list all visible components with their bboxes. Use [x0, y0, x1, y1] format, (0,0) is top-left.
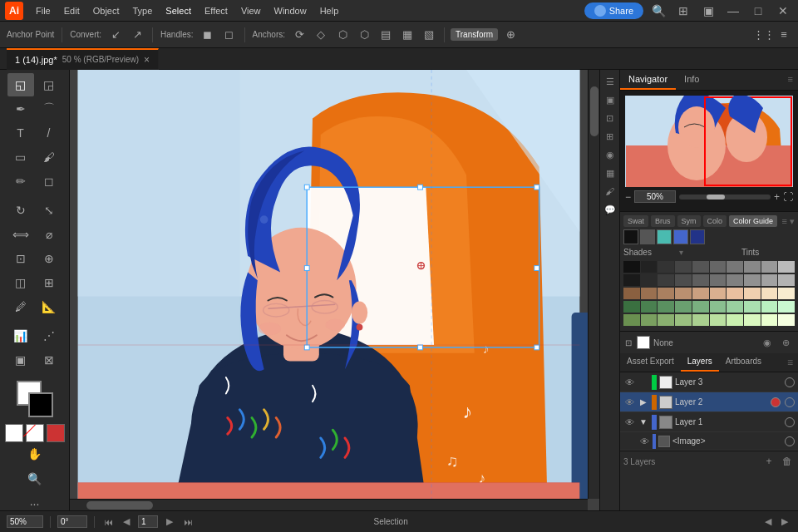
layer-2-target-2[interactable] — [785, 397, 795, 407]
shade-cell[interactable] — [675, 301, 692, 313]
swatch-dgray[interactable] — [640, 229, 655, 244]
info-tab[interactable]: Info — [676, 70, 707, 90]
more-tools-btn[interactable]: ··· — [22, 492, 48, 515]
layer-1-target[interactable] — [785, 417, 795, 427]
menu-window[interactable]: Window — [268, 4, 313, 17]
shade-cell[interactable] — [710, 314, 727, 326]
layer-2-visibility[interactable]: 👁 — [623, 397, 635, 408]
swatch-dblue[interactable] — [690, 229, 705, 244]
fill-add-icon[interactable]: ⊕ — [778, 335, 793, 350]
fill-opacity-icon[interactable]: ◉ — [760, 335, 775, 350]
brushes-mini-tab[interactable]: Brus — [651, 215, 675, 227]
menu-object[interactable]: Object — [87, 4, 126, 17]
fill-swatch[interactable] — [5, 424, 23, 442]
pen-tool[interactable]: ✒ — [7, 97, 34, 121]
swatch-teal[interactable] — [657, 229, 672, 244]
layer-3-visibility[interactable]: 👁 — [623, 377, 635, 388]
anchors-btn-4[interactable]: ⬡ — [355, 26, 373, 44]
shade-cell[interactable] — [727, 261, 743, 273]
swatches-side-icon[interactable]: ▦ — [602, 165, 618, 181]
gradient-tool[interactable]: ◫ — [7, 271, 34, 294]
comment-side-icon[interactable]: 💬 — [602, 201, 618, 218]
shade-cell[interactable] — [761, 274, 778, 286]
menu-effect[interactable]: Effect — [199, 4, 234, 17]
swatch-black[interactable] — [623, 229, 638, 244]
layer-2-target[interactable] — [771, 397, 781, 407]
asset-export-tab[interactable]: Asset Export — [620, 353, 681, 372]
anchors-btn-7[interactable]: ▧ — [420, 26, 438, 44]
anchors-btn-5[interactable]: ▤ — [377, 26, 395, 44]
shade-cell[interactable] — [641, 288, 658, 299]
symbol-tool[interactable]: ⋰ — [36, 324, 62, 347]
vertical-scroll-thumb[interactable] — [590, 86, 598, 136]
shade-cell[interactable] — [692, 261, 709, 273]
width-tool[interactable]: ⟺ — [7, 223, 34, 246]
maximize-button[interactable]: □ — [748, 1, 768, 21]
menu-type[interactable]: Type — [127, 4, 159, 17]
shade-cell[interactable] — [710, 274, 727, 286]
shade-cell[interactable] — [778, 274, 795, 286]
layers-more-btn[interactable]: ≡ — [782, 353, 798, 372]
share-button[interactable]: Share — [584, 2, 643, 19]
color-mini-tab[interactable]: Colo — [703, 215, 727, 227]
stroke-swatch[interactable] — [47, 424, 65, 442]
shade-cell[interactable] — [761, 288, 778, 299]
layer-3-target[interactable] — [785, 377, 795, 387]
shade-cell[interactable] — [623, 261, 640, 273]
cc-libraries-side-icon[interactable]: ⊞ — [602, 128, 618, 145]
layers-tab[interactable]: Layers — [681, 353, 719, 372]
panel-more-btn[interactable]: ≡ — [775, 26, 793, 44]
angle-input[interactable] — [57, 515, 87, 528]
shade-cell[interactable] — [727, 288, 743, 299]
fit-btn[interactable]: ⛶ — [783, 191, 793, 203]
background-swatch[interactable] — [28, 392, 53, 417]
transform-btn[interactable]: Transform — [451, 28, 498, 41]
shade-cell[interactable] — [675, 314, 692, 326]
shade-cell[interactable] — [641, 274, 658, 286]
tab-close-btn[interactable]: × — [144, 54, 150, 66]
menu-view[interactable]: View — [235, 4, 267, 17]
zoom-slider-thumb[interactable] — [707, 195, 725, 200]
layer-3-row[interactable]: 👁 Layer 3 — [620, 372, 798, 392]
paintbrush-tool[interactable]: 🖌 — [36, 145, 62, 169]
artboard-tool[interactable]: ▣ — [7, 348, 34, 372]
artboards-side-icon[interactable]: ▣ — [602, 91, 618, 108]
curvature-tool[interactable]: ⌒ — [36, 97, 62, 121]
fill-color-swatch[interactable] — [637, 336, 650, 349]
horizontal-scrollbar[interactable] — [70, 499, 588, 510]
color-guide-more[interactable]: ≡ — [782, 216, 787, 226]
sub-layer-image-row[interactable]: 👁 <Image> — [620, 432, 798, 451]
nav-first-btn[interactable]: ⏮ — [101, 515, 115, 529]
shade-cell[interactable] — [727, 314, 743, 326]
convert-btn-2[interactable]: ↗ — [128, 26, 146, 44]
shade-cell[interactable] — [778, 261, 795, 273]
shade-cell[interactable] — [623, 288, 640, 299]
shade-cell[interactable] — [658, 288, 674, 299]
anchors-btn-3[interactable]: ⬡ — [333, 26, 352, 44]
document-tab[interactable]: 1 (14).jpg* 50 % (RGB/Preview) × — [7, 48, 159, 70]
rect-tool[interactable]: ▭ — [7, 145, 34, 169]
shade-cell[interactable] — [623, 314, 640, 326]
zoom-input[interactable] — [634, 190, 676, 203]
graph-tool[interactable]: 📊 — [7, 324, 34, 347]
line-tool[interactable]: / — [36, 121, 62, 145]
layer-2-row[interactable]: 👁 ▶ Layer 2 — [620, 392, 798, 412]
layer-1-lock[interactable]: ▼ — [638, 416, 649, 428]
layer-2-lock[interactable]: ▶ — [638, 397, 649, 408]
nav-last-btn[interactable]: ⏭ — [181, 515, 195, 529]
shade-cell[interactable] — [744, 261, 761, 273]
shade-cell[interactable] — [778, 301, 795, 313]
direct-select-tool[interactable]: ◲ — [36, 73, 62, 96]
none-swatch[interactable] — [26, 424, 44, 442]
shade-cell[interactable] — [761, 301, 778, 313]
shade-cell[interactable] — [761, 314, 778, 326]
color-guide-chevron[interactable]: ▾ — [790, 216, 795, 227]
shade-cell[interactable] — [710, 301, 727, 313]
shades-dropdown-icon[interactable]: ▾ — [679, 248, 683, 257]
type-tool[interactable]: T — [7, 121, 34, 145]
delete-layer-btn[interactable]: 🗑 — [780, 454, 795, 469]
shade-cell[interactable] — [658, 314, 674, 326]
page-input[interactable] — [138, 515, 158, 528]
shade-cell[interactable] — [692, 288, 709, 299]
handles-btn-2[interactable]: ◻ — [220, 26, 239, 44]
